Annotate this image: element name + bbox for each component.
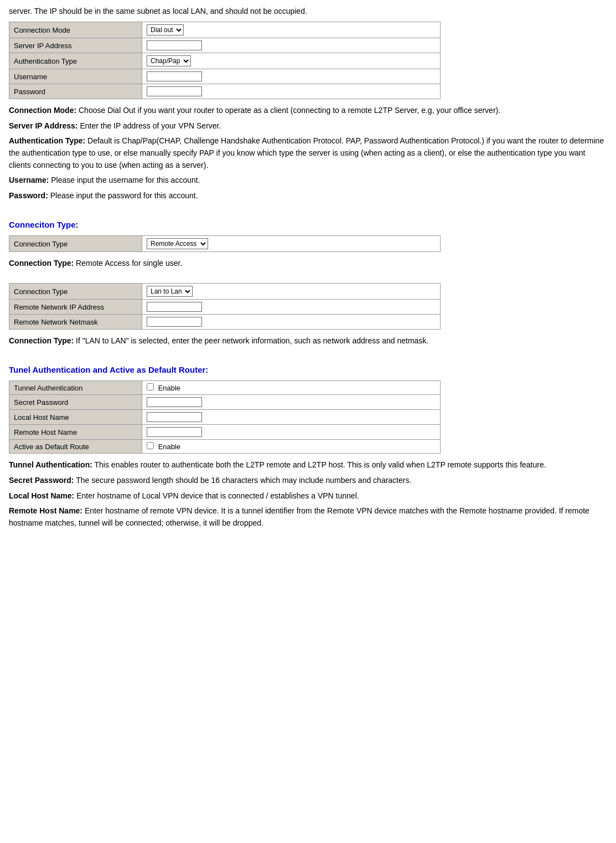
table-row: Authentication Type Chap/Pap [9,53,441,69]
table-row: Remote Network Netmask [9,315,441,330]
remote-network-ip-input[interactable] [147,302,202,312]
tunnel-auth-checkbox-label: Enable [158,384,180,392]
remote-network-netmask-control[interactable] [142,315,441,330]
connection-type-remote-label: Connection Type [9,236,142,252]
connection-type-lan-control[interactable]: Lan to Lan [142,284,441,300]
connection-mode-label: Connection Mode [9,22,142,38]
tunnel-auth-checkbox[interactable] [147,383,154,390]
connection-mode-control[interactable]: Dial out [142,22,441,38]
connection-type-lan-table: Connection Type Lan to Lan Remote Networ… [9,283,441,330]
server-ip-desc: Server IP Address: Enter the IP address … [9,120,607,132]
remote-host-desc: Remote Host Name: Enter hostname of remo… [9,505,607,529]
username-label: Username [9,69,142,84]
server-ip-desc-label: Server IP Address: [9,121,78,130]
auth-type-desc: Authentication Type: Default is Chap/Pap… [9,135,607,171]
tunnel-section-title: Tunel Authentication and Active as Defau… [9,364,607,377]
auth-type-desc-label: Authentication Type: [9,136,85,145]
table-row: Connection Type Remote Access [9,236,441,252]
local-host-label: Local Host Name [9,410,142,425]
secret-password-input[interactable] [147,397,202,407]
local-host-desc-label: Local Host Name: [9,491,74,500]
remote-host-input[interactable] [147,427,202,437]
connection-type-lan-label: Connection Type [9,284,142,300]
auth-type-label: Authentication Type [9,53,142,69]
table-row: Secret Password [9,395,441,410]
table-row: Password [9,84,441,99]
remote-network-netmask-label: Remote Network Netmask [9,315,142,330]
intro-text: server. The IP should be in the same sub… [9,6,607,17]
connection-mode-desc: Connection Mode: Choose Dial Out if you … [9,105,607,117]
conn-type-remote-desc: Connection Type: Remote Access for singl… [9,258,607,270]
password-desc: Password: Please input the password for … [9,190,607,202]
table-row: Remote Network IP Address [9,300,441,315]
remote-host-desc-text: Enter hostname of remote VPN device. It … [9,506,589,527]
tunnel-auth-desc-label: Tunnel Authentication: [9,460,92,469]
remote-network-netmask-input[interactable] [147,317,202,327]
connection-mode-desc-label: Connection Mode: [9,106,76,115]
connection-mode-table: Connection Mode Dial out Server IP Addre… [9,22,441,99]
local-host-input[interactable] [147,412,202,422]
connection-type-lan-select[interactable]: Lan to Lan [147,286,193,297]
conn-type-remote-desc-text: Remote Access for single user. [74,259,182,268]
local-host-control[interactable] [142,410,441,425]
password-control[interactable] [142,84,441,99]
connection-type-remote-table: Connection Type Remote Access [9,235,441,252]
auth-type-select[interactable]: Chap/Pap [147,55,191,66]
password-input[interactable] [147,86,202,96]
active-default-route-control[interactable]: Enable [142,440,441,454]
auth-type-desc-text: Default is Chap/Pap(CHAP, Challenge Hand… [9,136,604,169]
remote-network-ip-control[interactable] [142,300,441,315]
server-ip-label: Server IP Address [9,38,142,53]
connection-type-remote-select[interactable]: Remote Access [147,238,208,249]
connection-type-section-title: Conneciton Type: [9,219,607,232]
secret-pwd-desc-label: Secret Password: [9,476,74,485]
remote-host-desc-label: Remote Host Name: [9,506,82,515]
table-row: Local Host Name [9,410,441,425]
tunnel-auth-table: Tunnel Authentication Enable Secret Pass… [9,381,441,454]
secret-pwd-desc-text: The secure password length should be 16 … [74,476,412,485]
connection-mode-desc-text: Choose Dial Out if you want your router … [76,106,500,115]
username-desc: Username: Please input the username for … [9,174,607,187]
connection-mode-select[interactable]: Dial out [147,24,184,35]
conn-type-lan-desc-text: If "LAN to LAN" is selected, enter the p… [74,336,428,345]
username-control[interactable] [142,69,441,84]
server-ip-desc-text: Enter the IP address of your VPN Server. [78,121,221,130]
password-desc-text: Please input the password for this accou… [48,191,198,200]
server-ip-input[interactable] [147,40,202,50]
local-host-desc: Local Host Name: Enter hostname of Local… [9,490,607,502]
username-input[interactable] [147,71,202,81]
server-ip-control[interactable] [142,38,441,53]
table-row: Connection Mode Dial out [9,22,441,38]
table-row: Username [9,69,441,84]
remote-host-label: Remote Host Name [9,425,142,440]
table-row: Tunnel Authentication Enable [9,381,441,395]
conn-type-lan-desc: Connection Type: If "LAN to LAN" is sele… [9,335,607,347]
secret-password-control[interactable] [142,395,441,410]
tunnel-auth-label: Tunnel Authentication [9,381,142,395]
password-desc-label: Password: [9,191,48,200]
active-default-route-checkbox-label: Enable [158,443,180,451]
tunnel-auth-control[interactable]: Enable [142,381,441,395]
local-host-desc-text: Enter hostname of Local VPN device that … [74,491,359,500]
username-desc-text: Please input the username for this accou… [49,176,200,184]
remote-network-ip-label: Remote Network IP Address [9,300,142,315]
tunnel-auth-desc-text: This enables router to authenticate both… [92,460,546,469]
conn-type-lan-desc-label: Connection Type: [9,336,74,345]
connection-type-remote-control[interactable]: Remote Access [142,236,441,252]
password-label: Password [9,84,142,99]
active-default-route-checkbox[interactable] [147,442,154,449]
remote-host-control[interactable] [142,425,441,440]
table-row: Connection Type Lan to Lan [9,284,441,300]
table-row: Remote Host Name [9,425,441,440]
conn-type-remote-desc-label: Connection Type: [9,259,74,268]
table-row: Active as Default Route Enable [9,440,441,454]
auth-type-control[interactable]: Chap/Pap [142,53,441,69]
secret-password-label: Secret Password [9,395,142,410]
active-default-route-label: Active as Default Route [9,440,142,454]
secret-pwd-desc: Secret Password: The secure password len… [9,475,607,487]
username-desc-label: Username: [9,176,49,184]
tunnel-auth-desc: Tunnel Authentication: This enables rout… [9,459,607,471]
table-row: Server IP Address [9,38,441,53]
